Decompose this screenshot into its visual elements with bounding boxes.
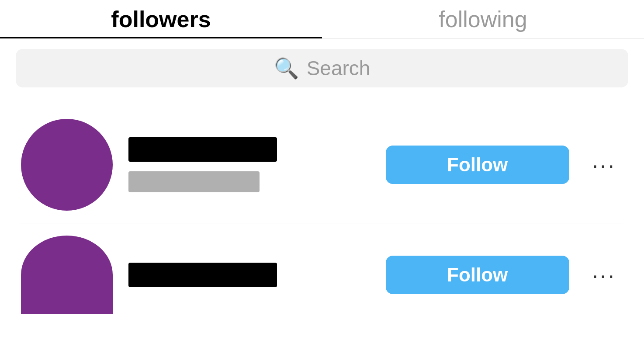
user-list: Follow ··· Follow ··· — [0, 98, 644, 335]
search-icon: 🔍 — [274, 56, 299, 80]
more-options-button[interactable]: ··· — [585, 262, 623, 288]
tab-following[interactable]: following — [322, 0, 644, 38]
user-item: Follow ··· — [0, 107, 644, 223]
more-options-button[interactable]: ··· — [585, 152, 623, 178]
search-placeholder: Search — [307, 56, 370, 80]
follow-button[interactable]: Follow — [386, 256, 569, 294]
user-info — [128, 137, 370, 192]
search-container: 🔍 Search — [0, 38, 644, 98]
username-bar — [128, 137, 277, 162]
follow-button[interactable]: Follow — [386, 146, 569, 184]
tab-followers[interactable]: followers — [0, 0, 322, 38]
avatar[interactable] — [21, 119, 113, 211]
tabs-container: followers following — [0, 0, 644, 38]
user-info — [128, 263, 370, 287]
display-name-bar — [128, 171, 260, 192]
user-item: Follow ··· — [0, 223, 644, 326]
search-bar[interactable]: 🔍 Search — [16, 49, 628, 87]
avatar-partial[interactable] — [21, 236, 113, 314]
username-bar — [128, 263, 277, 287]
